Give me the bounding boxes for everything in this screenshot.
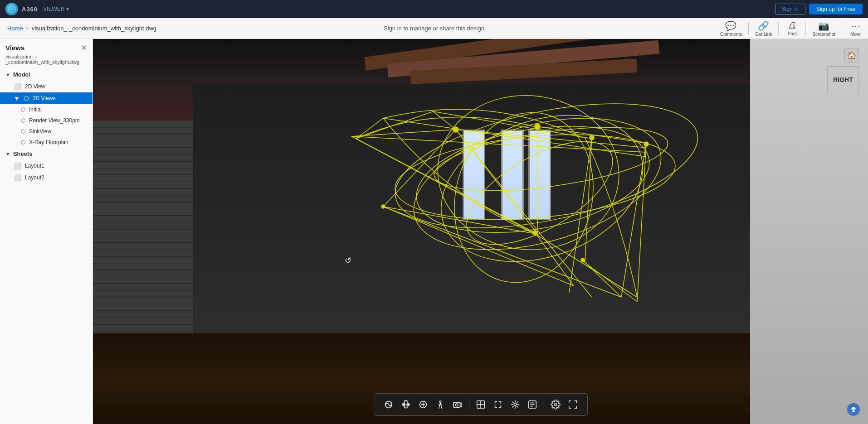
corner-action-icon[interactable] [847, 403, 860, 416]
home-link[interactable]: Home [7, 25, 23, 32]
screenshot-button[interactable]: 📷 Screenshot [807, 19, 841, 39]
sidebar-item-render-view[interactable]: ⬡ Render View_330pm [0, 115, 93, 126]
render-view-label: Render View_330pm [29, 117, 80, 124]
sheets-section-header[interactable]: ▼ Sheets [0, 148, 93, 160]
screenshot-icon: 📷 [818, 20, 829, 31]
signin-button[interactable]: Sign In [775, 4, 805, 14]
sink-view-label: SinkView [29, 128, 51, 135]
file-name: visualization_-_condominium_with_skyligh… [32, 25, 156, 32]
sidebar-item-xray-floorplan[interactable]: ⬡ X-Ray Floorplan [0, 137, 93, 148]
initial-icon: ⬡ [21, 106, 25, 113]
window-1 [463, 130, 485, 220]
center-message: Sign in to manage or share this design [384, 25, 484, 32]
breadcrumb-separator: > [26, 25, 29, 32]
svg-line-60 [517, 402, 518, 403]
comments-button[interactable]: 💬 Comments [715, 19, 747, 39]
toolbar-sep-1 [469, 400, 469, 410]
pan-tool[interactable] [399, 397, 413, 412]
3d-views-cube-icon: ⬡ [24, 95, 29, 102]
bottom-toolbar [374, 393, 588, 416]
svg-point-47 [439, 401, 441, 403]
settings-tool[interactable] [548, 397, 563, 412]
2d-view-icon: ⬜ [14, 83, 21, 90]
3d-views-label: 3D Views [33, 95, 55, 101]
window-2 [501, 130, 524, 220]
orbit-tool[interactable] [381, 397, 396, 412]
svg-point-66 [554, 403, 557, 406]
xray-label: X-Ray Floorplan [29, 139, 68, 145]
sidebar-subtitle: visualization_-_condominium_with_skyligh… [0, 54, 93, 68]
camera-tool[interactable] [450, 397, 465, 412]
sheets-arrow-icon: ▼ [5, 151, 10, 157]
explode-tool[interactable] [508, 397, 522, 412]
more-icon: ⋯ [851, 20, 860, 31]
sidebar-item-3d-views[interactable]: ▼ ⬡ 3D Views [0, 92, 93, 104]
print-icon: 🖨 [788, 20, 797, 31]
sidebar-item-initial[interactable]: ⬡ Initial [0, 104, 93, 115]
home-button[interactable]: 🏠 [844, 48, 859, 63]
sidebar-item-sink-view[interactable]: ⬡ SinkView [0, 126, 93, 137]
2d-view-label: 2D View [25, 83, 45, 90]
render-view-icon: ⬡ [21, 117, 25, 124]
initial-label: Initial [29, 106, 42, 113]
toolbar-sep-4 [842, 22, 842, 35]
main-layout: Views ✕ visualization_-_condominium_with… [0, 39, 868, 424]
sidebar: Views ✕ visualization_-_condominium_with… [0, 39, 93, 424]
toolbar-sep-1 [748, 22, 749, 35]
sidebar-item-layout2[interactable]: ⬜ Layout2 [0, 172, 93, 183]
fullscreen-tool[interactable] [566, 397, 580, 412]
sidebar-close-button[interactable]: ✕ [81, 43, 87, 52]
signup-button[interactable]: Sign up for Free [809, 4, 863, 14]
print-button[interactable]: 🖨 Print [780, 19, 805, 38]
model-arrow-icon: ▼ [5, 72, 10, 77]
svg-line-61 [512, 406, 513, 407]
topbar-right: Sign In Sign up for Free [775, 4, 863, 14]
svg-point-53 [514, 403, 517, 406]
layout1-label: Layout1 [25, 163, 44, 169]
view-cube-label: RIGHT [833, 76, 853, 83]
model-section-header[interactable]: ▼ Model [0, 68, 93, 81]
viewport[interactable]: ↺ RIGHT 🏠 [93, 39, 868, 424]
xray-icon: ⬡ [21, 139, 25, 145]
app-title: A360 [22, 6, 38, 13]
sidebar-item-2d-view[interactable]: ⬜ 2D View [0, 81, 93, 92]
fit-tool[interactable] [491, 397, 505, 412]
view-cube[interactable]: RIGHT [827, 66, 859, 93]
svg-line-58 [512, 402, 513, 403]
home-icon: 🏠 [847, 51, 856, 60]
topbar-left: A360 VIEWER ▾ [5, 3, 69, 15]
toolbar-icons: 💬 Comments 🔗 Get Link 🖨 Print 📷 Screensh… [715, 19, 868, 39]
comments-icon: 💬 [725, 20, 736, 31]
layout2-icon: ⬜ [14, 174, 21, 181]
get-link-label: Get Link [755, 32, 772, 37]
svg-rect-48 [453, 402, 460, 407]
sheets-section-label: Sheets [13, 150, 33, 157]
print-label: Print [788, 31, 797, 36]
model-section-label: Model [13, 71, 30, 78]
viewer-badge[interactable]: VIEWER ▾ [43, 6, 69, 12]
toolbar-sep-2 [778, 22, 779, 35]
sink-view-icon: ⬡ [21, 128, 25, 135]
layout1-icon: ⬜ [14, 162, 21, 169]
secondbar: Home > visualization_-_condominium_with_… [0, 18, 868, 39]
walk-tool[interactable] [433, 397, 448, 412]
svg-line-59 [517, 406, 518, 407]
zoom-tool[interactable] [416, 397, 430, 412]
svg-point-49 [455, 404, 458, 406]
get-link-button[interactable]: 🔗 Get Link [750, 19, 777, 39]
toolbar-sep-3 [805, 22, 806, 35]
screenshot-label: Screenshot [812, 32, 835, 37]
link-icon: 🔗 [758, 20, 769, 31]
breadcrumb: Home > visualization_-_condominium_with_… [0, 25, 715, 32]
wall-right [750, 39, 868, 424]
app-logo [5, 3, 18, 15]
properties-tool[interactable] [525, 397, 540, 412]
more-button[interactable]: ⋯ More [843, 19, 868, 39]
window-3 [528, 130, 551, 220]
3d-views-arrow-icon: ▼ [14, 95, 20, 102]
comments-label: Comments [720, 32, 742, 37]
sidebar-item-layout1[interactable]: ⬜ Layout1 [0, 160, 93, 172]
top-navbar: A360 VIEWER ▾ Sign In Sign up for Free [0, 0, 868, 18]
section-box-tool[interactable] [473, 397, 488, 412]
layout2-label: Layout2 [25, 174, 44, 181]
